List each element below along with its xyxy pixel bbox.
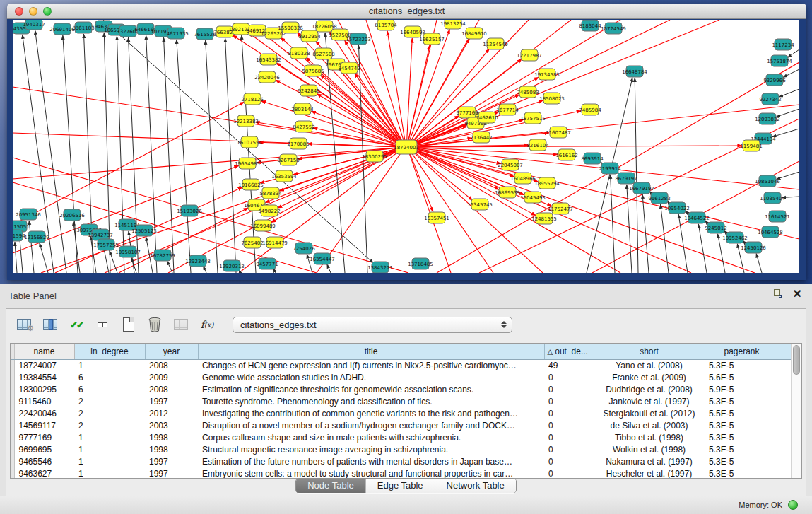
table-cell[interactable]: 2008	[145, 383, 198, 395]
table-cell[interactable]: Yano et al. (2008)	[594, 359, 705, 371]
graph-edge[interactable]	[311, 111, 399, 145]
table-row[interactable]: 977716911998Corpus callosum shape and si…	[11, 431, 791, 443]
table-cell[interactable]: 2012	[145, 407, 198, 419]
tab-network-table[interactable]: Network Table	[435, 479, 516, 493]
minimize-window-button[interactable]	[29, 7, 37, 16]
table-cell[interactable]: 2009	[145, 371, 198, 383]
table-cell[interactable]: 5.6E-5	[705, 371, 779, 383]
table-cell[interactable]: 6	[74, 371, 145, 383]
table-row[interactable]: 1872400712008Changes of HCN gene express…	[11, 359, 791, 371]
table-cell[interactable]: Jankovic et al. (1997)	[594, 395, 705, 407]
table-cell[interactable]: 0	[544, 371, 594, 383]
table-cell[interactable]: Corpus callosum shape and size in male p…	[198, 431, 544, 443]
table-cell[interactable]: 9465546	[14, 455, 74, 467]
delete-column-icon[interactable]	[146, 315, 164, 334]
graph-edge[interactable]	[756, 254, 762, 273]
close-window-button[interactable]	[15, 7, 23, 16]
table-cell[interactable]: Wolkin et al. (1998)	[594, 443, 705, 455]
graph-edge[interactable]	[413, 151, 473, 201]
column-header-short[interactable]: short	[594, 344, 705, 359]
table-cell[interactable]: Hescheler et al. (1997)	[594, 467, 705, 478]
tab-node-table[interactable]: Node Table	[296, 479, 366, 493]
unselect-all-icon[interactable]	[93, 315, 112, 334]
table-cell[interactable]: Tourette syndrome. Phenomenology and cla…	[198, 395, 544, 407]
table-cell[interactable]: 5.5E-5	[705, 407, 779, 419]
column-header-pagerank[interactable]: pagerank	[705, 344, 779, 359]
column-header-in_degree[interactable]: in_degree	[74, 344, 145, 359]
table-cell[interactable]: 0	[544, 431, 594, 443]
network-canvas[interactable]: 9435574194031720691406886110319463245106…	[13, 20, 799, 273]
table-cell[interactable]: Tibbo et al. (1998)	[594, 431, 705, 443]
table-cell[interactable]: 5.3E-5	[705, 431, 779, 443]
graph-edge[interactable]	[276, 63, 400, 144]
table-cell[interactable]: 1	[74, 359, 145, 371]
table-cell[interactable]: 18724007	[14, 359, 74, 371]
table-row[interactable]: 1830029562008Estimation of significance …	[11, 383, 791, 395]
graph-edge[interactable]	[146, 35, 157, 273]
column-header-title[interactable]: title	[198, 344, 544, 359]
graph-edge[interactable]	[611, 175, 615, 273]
table-cell[interactable]: Estimation of significance thresholds fo…	[198, 383, 544, 395]
table-cell[interactable]: Franke et al. (2009)	[594, 371, 705, 383]
graph-edge[interactable]	[327, 264, 331, 273]
graph-edge[interactable]	[164, 37, 174, 273]
table-cell[interactable]: Estimation of the future numbers of pati…	[198, 455, 544, 467]
table-cell[interactable]: 5.3E-5	[705, 359, 779, 371]
table-cell[interactable]: Changes of HCN gene expression and I(f) …	[198, 359, 544, 371]
table-cell[interactable]: 5.3E-5	[705, 443, 779, 455]
graph-edge[interactable]	[117, 36, 124, 273]
table-cell[interactable]: 1997	[145, 455, 198, 467]
graph-edge[interactable]	[409, 152, 433, 211]
table-cell[interactable]: 5.3E-5	[705, 395, 779, 407]
graph-edge[interactable]	[167, 261, 172, 273]
table-row[interactable]: 1938455462009Genome-wide association stu…	[11, 371, 791, 383]
table-cell[interactable]: 18300295	[14, 383, 74, 395]
table-cell[interactable]: Embryonic stem cells: a model to study s…	[198, 467, 544, 478]
table-cell[interactable]: Nakamura et al. (1997)	[594, 455, 705, 467]
table-cell[interactable]: 22420046	[14, 407, 74, 419]
table-row[interactable]: 2242004622012Investigating the contribut…	[11, 407, 791, 419]
graph-edge[interactable]	[129, 37, 139, 273]
table-vertical-scrollbar[interactable]	[791, 344, 801, 478]
column-header-out_de[interactable]: △out_de...	[544, 344, 594, 359]
graph-edge[interactable]	[206, 40, 218, 273]
graph-edge[interactable]	[698, 224, 707, 273]
table-cell[interactable]: 14569117	[14, 419, 74, 431]
graph-edge[interactable]	[63, 35, 78, 273]
table-cell[interactable]: 9777169	[14, 431, 74, 443]
table-row[interactable]: 946362711997Embryonic stem cells: a mode…	[11, 467, 791, 478]
table-cell[interactable]: Dudbridge et al. (2008)	[594, 383, 705, 395]
graph-edge[interactable]	[40, 243, 48, 273]
graph-edge[interactable]	[678, 214, 688, 273]
graph-edge[interactable]	[177, 40, 191, 273]
table-cell[interactable]: 0	[544, 467, 594, 478]
graph-edge[interactable]	[779, 89, 799, 97]
close-panel-icon[interactable]: ✕	[793, 289, 802, 299]
table-cell[interactable]: 0	[544, 455, 594, 467]
zoom-window-button[interactable]	[43, 7, 52, 16]
graph-edge[interactable]	[342, 69, 401, 143]
table-cell[interactable]: 2	[74, 395, 145, 407]
table-cell[interactable]: 1	[74, 455, 145, 467]
table-cell[interactable]: 2	[74, 407, 145, 419]
table-cell[interactable]: 0	[544, 419, 594, 431]
table-cell[interactable]: 5.3E-5	[705, 467, 779, 478]
graph-edge[interactable]	[414, 148, 799, 239]
graph-edge[interactable]	[413, 20, 719, 145]
graph-edge[interactable]	[329, 31, 402, 142]
table-cell[interactable]: 0	[544, 395, 594, 407]
float-panel-icon[interactable]	[772, 289, 782, 299]
table-cell[interactable]: 1998	[145, 443, 198, 455]
table-source-select[interactable]: citations_edges.txt	[233, 317, 512, 333]
graph-edge[interactable]	[15, 242, 17, 273]
graph-edge[interactable]	[203, 266, 206, 273]
table-cell[interactable]: 0	[544, 443, 594, 455]
table-row[interactable]: 946554611997Estimation of the future num…	[11, 455, 791, 467]
table-cell[interactable]: 0	[544, 407, 594, 419]
graph-edge[interactable]	[411, 152, 493, 273]
table-mode-icon[interactable]: ⚙	[15, 315, 33, 334]
table-cell[interactable]: 1997	[145, 467, 198, 478]
table-cell[interactable]: 2003	[145, 419, 198, 431]
table-row[interactable]: 969969511998Structural magnetic resonanc…	[11, 443, 791, 455]
delete-table-icon[interactable]	[172, 315, 190, 334]
